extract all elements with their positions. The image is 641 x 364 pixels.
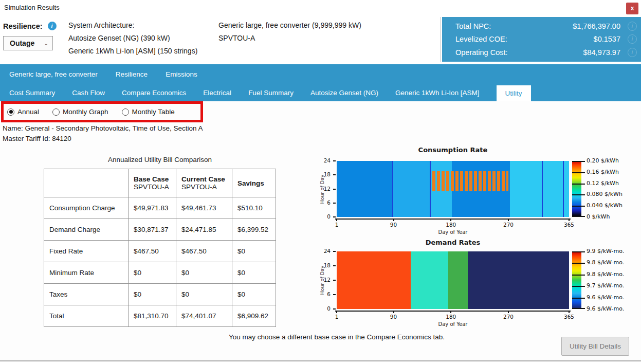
tab-cost-summary[interactable]: Cost Summary <box>9 89 55 97</box>
table-header-cell: Savings <box>232 169 276 197</box>
chevron-down-icon: ⌄ <box>44 41 48 46</box>
tab-generic-large-free-converter[interactable]: Generic large, free converter <box>9 70 98 78</box>
x-tick-label: 270 <box>498 222 519 228</box>
x-tick-mark <box>393 311 394 313</box>
tab-cash-flow[interactable]: Cash Flow <box>72 89 105 97</box>
colorbar-tick <box>572 194 585 195</box>
metric-label: Operating Cost: <box>455 48 545 57</box>
metric-label: Total NPC: <box>455 22 545 30</box>
colorbar-label: 0.20 $/kWh <box>587 157 619 164</box>
colorbar-tick <box>572 216 585 217</box>
resilience-label: Resilience: <box>3 22 43 30</box>
colorbar <box>572 161 581 217</box>
y-tick-mark <box>333 160 336 161</box>
radio-circle <box>7 108 14 116</box>
system-architecture-line: Generic 1kWh Li-Ion [ASM] (150 strings) <box>68 45 197 58</box>
column-title: Base Case <box>134 175 171 183</box>
x-tick-mark <box>336 311 337 313</box>
colorbar-tick <box>572 184 585 185</box>
tab-row-2: Cost SummaryCash FlowCompare EconomicsEl… <box>0 84 641 101</box>
column-subtitle: SPVTOU-A <box>181 183 227 191</box>
tab-autosize-genset-ng[interactable]: Autosize Genset (NG) <box>310 89 378 97</box>
outage-dropdown[interactable]: Outage ⌄ <box>3 36 53 50</box>
metric-row: Operating Cost:$84,973.97i <box>455 48 637 57</box>
tab-generic-1kwh-li-ion-asm[interactable]: Generic 1kWh Li-Ion [ASM] <box>395 89 480 97</box>
info-icon[interactable]: i <box>628 22 637 31</box>
y-tick-mark <box>333 189 336 190</box>
close-button[interactable]: x <box>626 3 638 14</box>
y-tick-mark <box>333 216 336 217</box>
heatmap-band <box>468 251 569 309</box>
x-tick-label: 90 <box>383 314 404 320</box>
colorbar <box>572 251 581 309</box>
row-label: Consumption Charge <box>44 197 129 219</box>
y-tick-label: 18 <box>305 171 331 177</box>
y-tick-label: 6 <box>305 291 331 297</box>
table-row: Fixed Rate$467.50$467.50$0 <box>44 241 276 262</box>
column-title: Current Case <box>181 175 227 183</box>
table-cell: $49,971.83 <box>129 197 176 219</box>
system-architecture-line: SPVTOU-A <box>218 32 361 45</box>
tariff-name: Name: General - Secondary Photovoltaic, … <box>3 124 203 132</box>
tab-fuel-summary[interactable]: Fuel Summary <box>248 89 294 97</box>
table-cell: $74,401.07 <box>176 305 232 327</box>
system-architecture-column-2: Generic large, free converter (9,999,999… <box>218 19 361 45</box>
radio-monthly-table[interactable]: Monthly Table <box>122 108 175 116</box>
system-architecture-line: System Architecture: <box>68 19 197 32</box>
table-cell: $0 <box>129 284 176 305</box>
utility-bill-details-button[interactable]: Utility Bill Details <box>561 337 629 356</box>
radio-circle <box>52 108 60 116</box>
tab-emissions[interactable]: Emissions <box>166 70 197 78</box>
tab-utility[interactable]: Utility <box>497 85 531 101</box>
x-tick-mark <box>393 219 394 221</box>
rate-divider-line <box>563 161 564 217</box>
x-tick-label: 90 <box>383 222 404 228</box>
x-axis-label: Day of Year <box>337 229 569 235</box>
heatmap-band <box>510 161 569 217</box>
colorbar-label: 9.7 $/kW-mo. <box>587 282 624 289</box>
table-row: Demand Charge$30,871.37$24,471.85$6,399.… <box>44 219 276 241</box>
y-tick-mark <box>333 251 336 252</box>
x-axis-line <box>335 311 571 312</box>
rate-divider-line <box>430 161 431 217</box>
colorbar-tick <box>572 251 585 252</box>
table-row: Minimum Rate$0$0$0 <box>44 262 276 284</box>
radio-monthly-graph[interactable]: Monthly Graph <box>52 108 108 116</box>
demand-rates-chart: Demand RatesHour of Day24181260190180270… <box>305 236 641 334</box>
x-tick-label: 365 <box>559 222 579 228</box>
table-cell: $6,909.62 <box>232 305 276 327</box>
base-case-note: You may choose a different base case in … <box>154 333 519 341</box>
x-axis-line <box>335 219 571 220</box>
x-tick-mark <box>508 311 509 313</box>
tab-resilience[interactable]: Resilience <box>116 70 148 78</box>
table-cell: $30,871.37 <box>129 219 176 241</box>
colorbar-label: 9.6 $/kW-mo. <box>587 305 624 312</box>
chart-title: Consumption Rate <box>337 146 569 154</box>
info-icon[interactable]: i <box>48 22 57 30</box>
row-label: Minimum Rate <box>44 262 129 284</box>
x-tick-mark <box>450 219 451 221</box>
resilience-header: Resilience: i <box>3 22 57 30</box>
colorbar-tick <box>572 161 585 162</box>
table-header-cell: Current CaseSPVTOU-A <box>176 169 232 197</box>
heatmap-band <box>411 251 448 309</box>
y-tick-label: 0 <box>305 305 331 312</box>
table-cell: $0 <box>232 284 276 305</box>
colorbar-label: 9.6 $/kW-mo. <box>587 294 624 301</box>
column-title: Savings <box>237 179 270 187</box>
radio-annual[interactable]: Annual <box>7 108 39 116</box>
bill-table-title: Annualized Utility Bill Comparison <box>44 156 276 163</box>
heatmap-plot <box>337 251 569 309</box>
radio-dot <box>9 110 13 114</box>
info-icon[interactable]: i <box>628 34 637 44</box>
colorbar-label: 0.080 $/kWh <box>587 191 622 197</box>
y-tick-label: 24 <box>305 157 331 163</box>
metrics-panel: Total NPC:$1,766,397.00iLevelized COE:$0… <box>442 17 641 62</box>
y-tick-mark <box>333 265 336 266</box>
y-tick-mark <box>333 174 336 175</box>
tab-compare-economics[interactable]: Compare Economics <box>122 89 186 97</box>
system-architecture-column-1: System Architecture:Autosize Genset (NG)… <box>68 19 197 58</box>
info-icon[interactable]: i <box>628 48 637 57</box>
bill-comparison-table: Base CaseSPVTOU-ACurrent CaseSPVTOU-ASav… <box>44 169 276 327</box>
tab-electrical[interactable]: Electrical <box>203 89 231 97</box>
